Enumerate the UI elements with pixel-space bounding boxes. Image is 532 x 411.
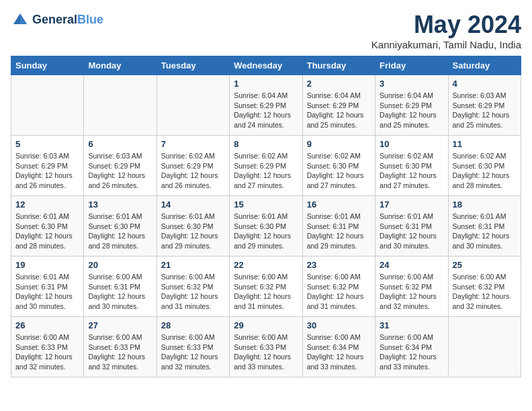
calendar-cell: 5Sunrise: 6:03 AM Sunset: 6:29 PM Daylig…	[11, 136, 84, 196]
calendar-week-row: 1Sunrise: 6:04 AM Sunset: 6:29 PM Daylig…	[11, 75, 521, 136]
day-info: Sunrise: 6:00 AM Sunset: 6:32 PM Dayligh…	[161, 272, 225, 312]
day-info: Sunrise: 6:00 AM Sunset: 6:33 PM Dayligh…	[88, 332, 152, 372]
day-info: Sunrise: 6:00 AM Sunset: 6:31 PM Dayligh…	[88, 272, 152, 312]
day-info: Sunrise: 6:03 AM Sunset: 6:29 PM Dayligh…	[15, 151, 79, 191]
calendar-cell: 19Sunrise: 6:01 AM Sunset: 6:31 PM Dayli…	[11, 257, 84, 317]
calendar-cell: 7Sunrise: 6:02 AM Sunset: 6:29 PM Daylig…	[157, 136, 229, 196]
day-number: 18	[453, 199, 517, 210]
calendar-cell: 20Sunrise: 6:00 AM Sunset: 6:31 PM Dayli…	[84, 257, 157, 317]
day-info: Sunrise: 6:02 AM Sunset: 6:30 PM Dayligh…	[307, 151, 371, 191]
weekday-header: Sunday	[11, 56, 84, 75]
calendar-cell: 26Sunrise: 6:00 AM Sunset: 6:33 PM Dayli…	[11, 317, 84, 377]
weekday-header-row: SundayMondayTuesdayWednesdayThursdayFrid…	[11, 56, 521, 75]
day-info: Sunrise: 6:01 AM Sunset: 6:30 PM Dayligh…	[88, 212, 152, 251]
day-info: Sunrise: 6:00 AM Sunset: 6:34 PM Dayligh…	[307, 332, 371, 372]
logo-text: GeneralBlue	[32, 13, 103, 27]
day-number: 8	[234, 139, 298, 149]
day-info: Sunrise: 6:00 AM Sunset: 6:32 PM Dayligh…	[307, 272, 371, 312]
day-number: 17	[380, 199, 443, 210]
day-info: Sunrise: 6:02 AM Sunset: 6:29 PM Dayligh…	[234, 151, 298, 191]
day-info: Sunrise: 6:01 AM Sunset: 6:30 PM Dayligh…	[15, 212, 79, 251]
day-info: Sunrise: 6:02 AM Sunset: 6:30 PM Dayligh…	[453, 151, 517, 191]
calendar-cell: 31Sunrise: 6:00 AM Sunset: 6:34 PM Dayli…	[375, 317, 448, 377]
day-number: 16	[307, 199, 371, 210]
calendar-cell: 8Sunrise: 6:02 AM Sunset: 6:29 PM Daylig…	[230, 136, 302, 196]
day-number: 24	[380, 260, 443, 270]
day-number: 31	[380, 320, 443, 330]
day-info: Sunrise: 6:04 AM Sunset: 6:29 PM Dayligh…	[307, 91, 371, 130]
day-info: Sunrise: 6:00 AM Sunset: 6:32 PM Dayligh…	[234, 272, 298, 312]
logo-icon	[11, 11, 30, 30]
day-number: 10	[380, 139, 443, 149]
calendar-cell: 12Sunrise: 6:01 AM Sunset: 6:30 PM Dayli…	[11, 196, 84, 257]
day-number: 27	[88, 320, 152, 330]
day-number: 7	[161, 139, 225, 149]
calendar-cell: 1Sunrise: 6:04 AM Sunset: 6:29 PM Daylig…	[230, 75, 302, 136]
day-info: Sunrise: 6:00 AM Sunset: 6:33 PM Dayligh…	[15, 332, 79, 372]
calendar-cell	[157, 75, 229, 136]
day-info: Sunrise: 6:00 AM Sunset: 6:32 PM Dayligh…	[453, 272, 517, 312]
day-number: 3	[380, 79, 443, 89]
calendar-cell: 29Sunrise: 6:00 AM Sunset: 6:33 PM Dayli…	[230, 317, 302, 377]
day-info: Sunrise: 6:04 AM Sunset: 6:29 PM Dayligh…	[234, 91, 298, 130]
calendar-week-row: 26Sunrise: 6:00 AM Sunset: 6:33 PM Dayli…	[11, 317, 521, 377]
day-info: Sunrise: 6:01 AM Sunset: 6:31 PM Dayligh…	[453, 212, 517, 251]
weekday-header: Friday	[375, 56, 448, 75]
day-info: Sunrise: 6:00 AM Sunset: 6:33 PM Dayligh…	[234, 332, 298, 372]
day-info: Sunrise: 6:02 AM Sunset: 6:30 PM Dayligh…	[380, 151, 443, 191]
day-number: 22	[234, 260, 298, 270]
calendar-cell: 2Sunrise: 6:04 AM Sunset: 6:29 PM Daylig…	[302, 75, 375, 136]
calendar-cell: 22Sunrise: 6:00 AM Sunset: 6:32 PM Dayli…	[230, 257, 302, 317]
day-number: 25	[453, 260, 517, 270]
calendar-cell: 16Sunrise: 6:01 AM Sunset: 6:31 PM Dayli…	[302, 196, 375, 257]
calendar-cell: 6Sunrise: 6:03 AM Sunset: 6:29 PM Daylig…	[84, 136, 157, 196]
weekday-header: Saturday	[448, 56, 521, 75]
day-number: 21	[161, 260, 225, 270]
logo: GeneralBlue	[11, 11, 103, 30]
weekday-header: Thursday	[302, 56, 375, 75]
day-info: Sunrise: 6:03 AM Sunset: 6:29 PM Dayligh…	[88, 151, 152, 191]
calendar-cell: 25Sunrise: 6:00 AM Sunset: 6:32 PM Dayli…	[448, 257, 521, 317]
calendar-cell	[448, 317, 521, 377]
day-number: 13	[88, 199, 152, 210]
day-info: Sunrise: 6:00 AM Sunset: 6:33 PM Dayligh…	[161, 332, 225, 372]
day-info: Sunrise: 6:01 AM Sunset: 6:30 PM Dayligh…	[161, 212, 225, 251]
calendar-week-row: 12Sunrise: 6:01 AM Sunset: 6:30 PM Dayli…	[11, 196, 521, 257]
day-number: 20	[88, 260, 152, 270]
day-number: 23	[307, 260, 371, 270]
day-info: Sunrise: 6:00 AM Sunset: 6:32 PM Dayligh…	[380, 272, 443, 312]
day-number: 11	[453, 139, 517, 149]
day-number: 1	[234, 79, 298, 89]
day-info: Sunrise: 6:01 AM Sunset: 6:31 PM Dayligh…	[307, 212, 371, 251]
calendar-cell	[11, 75, 84, 136]
page-header: GeneralBlue May 2024 Kanniyakumari, Tami…	[11, 11, 521, 50]
calendar-cell	[84, 75, 157, 136]
weekday-header: Tuesday	[157, 56, 229, 75]
calendar-cell: 13Sunrise: 6:01 AM Sunset: 6:30 PM Dayli…	[84, 196, 157, 257]
day-number: 15	[234, 199, 298, 210]
day-info: Sunrise: 6:01 AM Sunset: 6:31 PM Dayligh…	[380, 212, 443, 251]
day-number: 14	[161, 199, 225, 210]
day-info: Sunrise: 6:00 AM Sunset: 6:34 PM Dayligh…	[380, 332, 443, 372]
calendar-cell: 28Sunrise: 6:00 AM Sunset: 6:33 PM Dayli…	[157, 317, 229, 377]
day-number: 9	[307, 139, 371, 149]
day-number: 12	[15, 199, 79, 210]
calendar-week-row: 19Sunrise: 6:01 AM Sunset: 6:31 PM Dayli…	[11, 257, 521, 317]
calendar-cell: 18Sunrise: 6:01 AM Sunset: 6:31 PM Dayli…	[448, 196, 521, 257]
calendar-cell: 11Sunrise: 6:02 AM Sunset: 6:30 PM Dayli…	[448, 136, 521, 196]
day-number: 5	[15, 139, 79, 149]
day-info: Sunrise: 6:01 AM Sunset: 6:30 PM Dayligh…	[234, 212, 298, 251]
day-number: 30	[307, 320, 371, 330]
calendar-table: SundayMondayTuesdayWednesdayThursdayFrid…	[11, 56, 521, 377]
day-info: Sunrise: 6:02 AM Sunset: 6:29 PM Dayligh…	[161, 151, 225, 191]
weekday-header: Monday	[84, 56, 157, 75]
day-info: Sunrise: 6:04 AM Sunset: 6:29 PM Dayligh…	[380, 91, 443, 130]
day-info: Sunrise: 6:01 AM Sunset: 6:31 PM Dayligh…	[15, 272, 79, 312]
calendar-cell: 23Sunrise: 6:00 AM Sunset: 6:32 PM Dayli…	[302, 257, 375, 317]
calendar-cell: 27Sunrise: 6:00 AM Sunset: 6:33 PM Dayli…	[84, 317, 157, 377]
calendar-cell: 3Sunrise: 6:04 AM Sunset: 6:29 PM Daylig…	[375, 75, 448, 136]
day-number: 26	[15, 320, 79, 330]
calendar-cell: 14Sunrise: 6:01 AM Sunset: 6:30 PM Dayli…	[157, 196, 229, 257]
day-number: 29	[234, 320, 298, 330]
calendar-cell: 9Sunrise: 6:02 AM Sunset: 6:30 PM Daylig…	[302, 136, 375, 196]
